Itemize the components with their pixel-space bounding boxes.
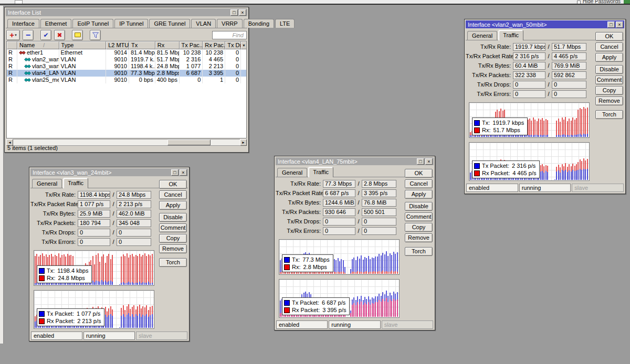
list-tab[interactable]: GRE Tunnel xyxy=(149,19,190,28)
tx-bytes-value[interactable]: 60.4 MiB xyxy=(513,62,545,70)
list-tab[interactable]: VRRP xyxy=(217,19,243,28)
rx-bytes-value[interactable]: 769.9 MiB xyxy=(552,62,586,70)
rx-bytes-value[interactable]: 462.0 MiB xyxy=(117,210,151,218)
rx-drops-value[interactable]: 0 xyxy=(362,218,396,226)
torch-button[interactable]: Torch xyxy=(405,247,433,256)
disable-button[interactable]: ✖ xyxy=(54,30,65,40)
tx-bytes-value[interactable]: 1244.6 MiB xyxy=(323,199,355,207)
rx-errors-value[interactable]: 0 xyxy=(552,90,586,98)
tab-general[interactable]: General xyxy=(32,179,62,188)
copy-button[interactable]: Copy xyxy=(159,234,187,243)
rx-errors-value[interactable]: 0 xyxy=(117,238,151,246)
list-tab[interactable]: Ethernet xyxy=(40,19,72,28)
ok-button[interactable]: OK xyxy=(159,180,187,189)
rx-bytes-value[interactable]: 76.8 MiB xyxy=(362,199,396,207)
ok-button[interactable]: OK xyxy=(595,32,623,41)
tab-traffic[interactable]: Traffic xyxy=(63,178,88,188)
tx-rate-value[interactable]: 1198.4 kbps xyxy=(78,191,110,199)
column-picker-button[interactable]: ▼ xyxy=(241,41,246,49)
comment-button[interactable]: Comment xyxy=(159,223,187,232)
tx-packets-value[interactable]: 930 646 xyxy=(323,208,355,216)
rx-packets-value[interactable]: 345 048 xyxy=(117,219,151,227)
rx-drops-value[interactable]: 0 xyxy=(552,81,586,89)
column-header-type[interactable]: Type xyxy=(59,41,107,49)
disable-button[interactable]: Disable xyxy=(405,202,433,211)
rx-packet-rate-value[interactable]: 2 213 p/s xyxy=(117,200,151,208)
rx-errors-value[interactable]: 0 xyxy=(362,227,396,235)
remove-button[interactable]: Remove xyxy=(159,244,187,253)
cancel-button[interactable]: Cancel xyxy=(159,190,187,199)
list-tab[interactable]: VLAN xyxy=(191,19,216,28)
close-icon[interactable]: × xyxy=(616,22,623,28)
column-header-rx[interactable]: Rx xyxy=(155,41,180,49)
rx-packet-rate-value[interactable]: 4 465 p/s xyxy=(552,52,586,60)
rx-rate-value[interactable]: 51.7 Mbps xyxy=(552,43,586,51)
column-header-tx-drops[interactable]: Tx Drops xyxy=(225,41,241,49)
close-icon[interactable]: × xyxy=(239,9,246,16)
tx-packets-value[interactable]: 322 338 xyxy=(513,71,545,79)
remove-button[interactable]: Remove xyxy=(405,233,433,242)
list-tab[interactable]: LTE xyxy=(275,19,295,28)
table-row[interactable]: R vlan3_wan... VLAN 9010 1198.4 k... 24.… xyxy=(7,63,246,70)
remove-button[interactable]: − xyxy=(23,30,34,40)
disable-button[interactable]: Disable xyxy=(159,213,187,222)
comment-button[interactable]: Comment xyxy=(405,212,433,221)
column-header-tx-packet[interactable]: Tx Pac... xyxy=(180,41,203,49)
maximize-icon[interactable]: □ xyxy=(417,158,424,165)
window-titlebar[interactable]: Interface <vlan4_LAN_75mbit> □ × xyxy=(276,157,434,165)
close-icon[interactable]: × xyxy=(180,169,187,176)
copy-button[interactable]: Copy xyxy=(405,223,433,232)
window-titlebar[interactable]: Interface List □ × xyxy=(6,8,247,16)
tx-drops-value[interactable]: 0 xyxy=(513,81,545,89)
tx-packets-value[interactable]: 180 794 xyxy=(78,219,110,227)
rx-packets-value[interactable]: 592 862 xyxy=(552,71,586,79)
tx-packet-rate-value[interactable]: 6 687 p/s xyxy=(323,189,355,197)
apply-button[interactable]: Apply xyxy=(405,190,433,199)
tx-bytes-value[interactable]: 25.9 MiB xyxy=(78,210,110,218)
comment-button[interactable]: Comment xyxy=(595,76,623,84)
column-header-name[interactable]: Name / xyxy=(17,41,59,49)
tab-general[interactable]: General xyxy=(467,31,497,40)
copy-button[interactable]: Copy xyxy=(595,86,623,95)
tx-rate-value[interactable]: 1919.7 kbps xyxy=(513,43,545,51)
maximize-icon[interactable]: □ xyxy=(607,22,615,28)
filter-button[interactable] xyxy=(90,30,101,40)
table-row[interactable]: R vlan4_LAN... VLAN 9010 77.3 Mbps 2.8 M… xyxy=(7,70,246,77)
cancel-button[interactable]: Cancel xyxy=(405,179,433,188)
tx-errors-value[interactable]: 0 xyxy=(513,90,545,98)
table-row[interactable]: R vlan2_wan... VLAN 9010 1919.7 k... 51.… xyxy=(7,56,246,63)
apply-button[interactable]: Apply xyxy=(159,201,187,210)
enable-button[interactable]: ✔ xyxy=(40,30,51,40)
list-tab[interactable]: Bonding xyxy=(244,19,274,28)
remove-button[interactable]: Remove xyxy=(595,97,623,105)
rx-packet-rate-value[interactable]: 3 395 p/s xyxy=(362,189,396,197)
list-tab[interactable]: EoIP Tunnel xyxy=(72,19,113,28)
table-row[interactable]: R ether1 Ethernet 9014 81.4 Mbps 81.5 Mb… xyxy=(7,49,246,56)
tx-errors-value[interactable]: 0 xyxy=(323,227,355,235)
disable-button[interactable]: Disable xyxy=(595,65,623,74)
tx-rate-value[interactable]: 77.3 Mbps xyxy=(323,180,355,188)
find-input[interactable] xyxy=(212,31,247,39)
tx-errors-value[interactable]: 0 xyxy=(78,238,110,246)
tab-general[interactable]: General xyxy=(277,168,307,177)
torch-button[interactable]: Torch xyxy=(595,110,623,119)
hide-passwords-checkbox[interactable] xyxy=(577,1,581,4)
list-tab[interactable]: Interface xyxy=(7,19,39,28)
rx-rate-value[interactable]: 2.8 Mbps xyxy=(362,180,396,188)
column-header-rx-packet[interactable]: Rx Pac... xyxy=(203,41,225,49)
column-header-l2mtu[interactable]: L2 MTU xyxy=(106,41,129,49)
window-titlebar[interactable]: Interface <vlan2_wan_50mbit> □ × xyxy=(466,20,624,28)
rx-packets-value[interactable]: 500 501 xyxy=(362,208,396,216)
maximize-icon[interactable]: □ xyxy=(171,169,178,176)
table-row[interactable]: R vlan25_me... VLAN 9010 0 bps 400 bps 0… xyxy=(7,77,246,83)
column-header-flag[interactable] xyxy=(7,41,17,49)
rx-rate-value[interactable]: 24.8 Mbps xyxy=(117,191,151,199)
window-titlebar[interactable]: Interface <vlan3_wan_24mbit> □ × xyxy=(30,168,188,176)
tx-drops-value[interactable]: 0 xyxy=(78,229,110,237)
column-header-tx[interactable]: Tx xyxy=(129,41,155,49)
tab-traffic[interactable]: Traffic xyxy=(308,167,333,177)
close-icon[interactable]: × xyxy=(425,158,433,165)
comment-button[interactable] xyxy=(72,30,83,40)
maximize-icon[interactable]: □ xyxy=(230,9,238,16)
rx-drops-value[interactable]: 0 xyxy=(117,229,151,237)
